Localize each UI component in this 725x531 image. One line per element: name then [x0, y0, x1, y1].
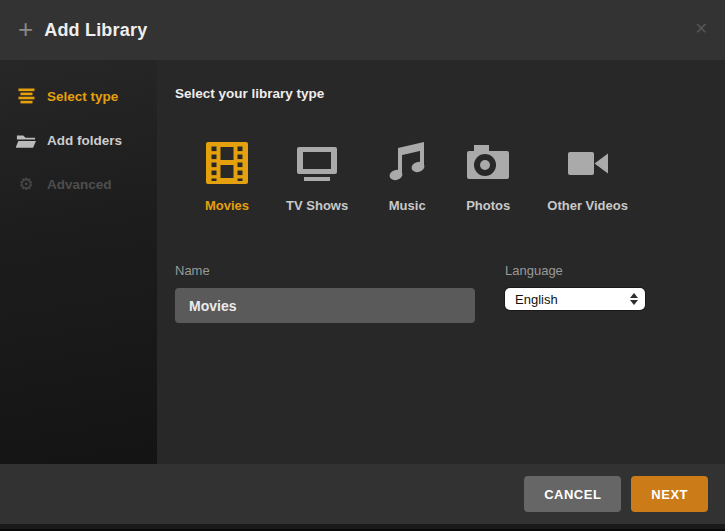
name-input[interactable]: [175, 288, 475, 323]
sidebar-item-label: Add folders: [47, 133, 122, 148]
dialog-header: + Add Library ✕: [0, 0, 725, 60]
type-option-tv-shows[interactable]: TV Shows: [286, 141, 348, 213]
video-camera-icon: [566, 141, 610, 185]
name-field-group: Name: [175, 263, 475, 323]
language-select-value: English: [515, 292, 558, 307]
type-label: Music: [389, 198, 426, 213]
name-label: Name: [175, 263, 475, 278]
select-arrows-icon: [630, 293, 638, 305]
next-button[interactable]: NEXT: [631, 476, 708, 512]
type-option-music[interactable]: Music: [385, 141, 429, 213]
folder-icon: [16, 131, 36, 149]
library-type-picker: Movies TV Shows: [205, 141, 725, 213]
sidebar-item-label: Advanced: [47, 177, 112, 192]
language-select[interactable]: English: [505, 288, 645, 310]
music-note-icon: [385, 141, 429, 185]
sidebar-item-add-folders[interactable]: Add folders: [0, 118, 157, 162]
type-label: Movies: [205, 198, 249, 213]
section-heading: Select your library type: [175, 86, 725, 101]
library-fields: Name Language English: [175, 263, 725, 323]
camera-icon: [466, 141, 510, 185]
type-option-photos[interactable]: Photos: [466, 141, 510, 213]
gear-icon: ⚙: [16, 176, 36, 193]
sidebar-item-advanced: ⚙ Advanced: [0, 162, 157, 206]
type-option-other-videos[interactable]: Other Videos: [547, 141, 628, 213]
dialog-footer: CANCEL NEXT: [0, 464, 725, 524]
sidebar-item-select-type[interactable]: Select type: [0, 74, 157, 118]
dialog-sidebar: Select type Add folders ⚙ Advanced: [0, 60, 157, 464]
plus-icon: +: [18, 16, 33, 42]
type-label: Photos: [466, 198, 510, 213]
dialog-title: Add Library: [44, 20, 147, 41]
add-library-dialog: + Add Library ✕ Select type: [0, 0, 725, 531]
sidebar-item-label: Select type: [47, 89, 118, 104]
tv-icon: [295, 141, 339, 185]
language-field-group: Language English: [505, 263, 645, 310]
dialog-main: Select your library type: [157, 60, 725, 464]
background-page-strip: [0, 524, 725, 531]
type-label: TV Shows: [286, 198, 348, 213]
list-lines-icon: [16, 88, 36, 104]
language-label: Language: [505, 263, 645, 278]
type-label: Other Videos: [547, 198, 628, 213]
cancel-button[interactable]: CANCEL: [524, 476, 621, 512]
type-option-movies[interactable]: Movies: [205, 141, 249, 213]
film-icon: [205, 141, 249, 185]
close-icon[interactable]: ✕: [695, 19, 708, 38]
